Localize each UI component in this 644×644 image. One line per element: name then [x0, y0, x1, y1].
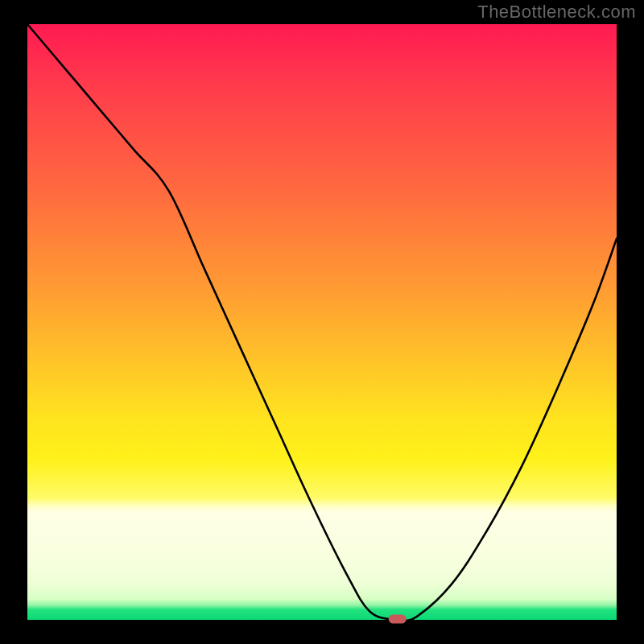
optimal-marker	[389, 615, 407, 624]
plot-svg	[27, 24, 617, 620]
bottleneck-curve	[27, 24, 617, 621]
plot-area	[27, 24, 617, 620]
chart-frame: TheBottleneck.com	[0, 0, 644, 644]
watermark-text: TheBottleneck.com	[477, 2, 636, 23]
